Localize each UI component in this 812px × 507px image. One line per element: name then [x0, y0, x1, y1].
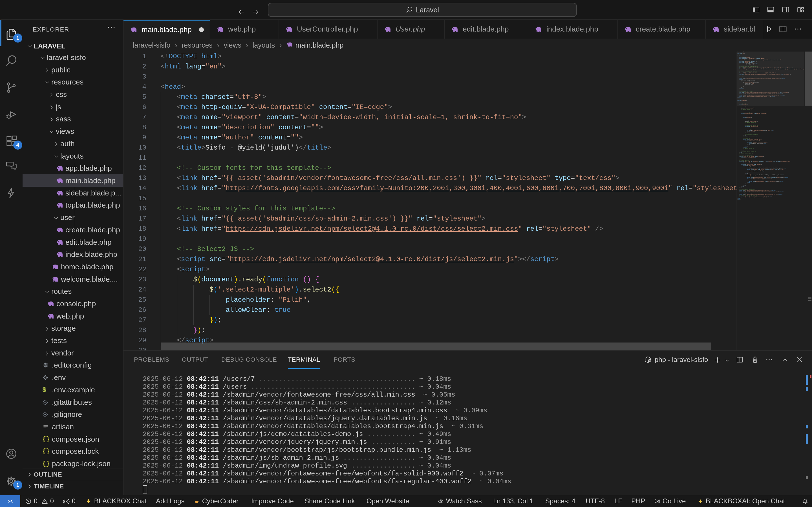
svg-text:$>: $>: [649, 359, 651, 362]
